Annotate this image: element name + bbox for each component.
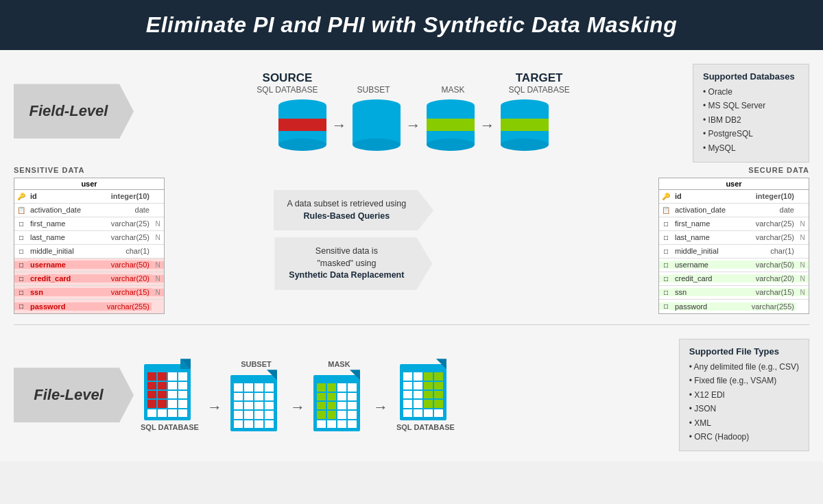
filetype-x12: X12 EDI: [689, 388, 799, 402]
table-row: 📋 activation_date date: [659, 204, 809, 217]
source-db: [278, 99, 326, 151]
sensitive-data-label: SENSITIVE DATA: [14, 166, 165, 174]
step1-bold: Rules-Based Queries: [304, 211, 390, 221]
file-arrow-3: →: [373, 398, 388, 416]
supported-file-types-title: Supported File Types: [689, 346, 799, 357]
supported-databases-title: Supported Databases: [703, 71, 799, 82]
table-row: □ password varchar(255): [659, 300, 809, 313]
field-level-row: Field-Level SOURCE SQL DATABASE SUBSET M…: [14, 60, 809, 163]
mask-db: [427, 99, 475, 151]
source-title: SOURCE: [263, 71, 313, 85]
table-row: □ credit_card varchar(20) N: [659, 272, 809, 286]
subset-db: [353, 99, 401, 151]
sensitive-table-header: user: [14, 178, 165, 189]
field-level-label: Field-Level: [29, 102, 108, 120]
db-ibm: IBM DB2: [703, 113, 799, 127]
middle-row: SENSITIVE DATA user 🔑 id integer(10) 📋 a…: [14, 166, 809, 314]
arrow-1: →: [332, 117, 347, 134]
supported-file-types-list: Any delimited file (e.g., CSV) Fixed fil…: [689, 360, 799, 444]
target-title: TARGET: [516, 71, 563, 85]
arrow-3: →: [480, 117, 495, 134]
main-content: Field-Level SOURCE SQL DATABASE SUBSET M…: [0, 50, 823, 461]
db-postgres: PostgreSQL: [703, 127, 799, 141]
source-file-icon: [144, 359, 195, 420]
mask-file-label-top: MASK: [328, 360, 350, 368]
filetype-vsam: Fixed file (e.g., VSAM): [689, 374, 799, 387]
target-db: [501, 99, 549, 151]
db-oracle: Oracle: [703, 85, 799, 99]
db-mssql: MS SQL Server: [703, 99, 799, 112]
subset-file-label-top: SUBSET: [241, 360, 272, 368]
table-row: 🔑 id integer(10): [659, 190, 809, 204]
filetype-json: JSON: [689, 402, 799, 416]
arrow-2: →: [406, 117, 421, 134]
page-header: Eliminate PI and PHI with Synthetic Data…: [0, 0, 823, 50]
step1-box: A data subset is retrieved usingRules-Ba…: [274, 190, 434, 230]
table-row: □ username varchar(50) N: [14, 259, 164, 272]
header-title: Eliminate PI and PHI with Synthetic Data…: [146, 12, 677, 37]
file-arrow-2: →: [290, 398, 305, 416]
filetype-csv: Any delimited file (e.g., CSV): [689, 360, 799, 374]
target-subtitle: SQL DATABASE: [509, 85, 570, 95]
sensitive-data-panel: SENSITIVE DATA user 🔑 id integer(10) 📋 a…: [14, 166, 165, 314]
table-row: □ username varchar(50) N: [659, 259, 809, 272]
filetype-orc: ORC (Hadoop): [689, 430, 799, 444]
process-steps: A data subset is retrieved usingRules-Ba…: [171, 166, 536, 314]
file-level-row: File-Level S: [14, 339, 809, 451]
table-row: □ credit_card varchar(20) N: [14, 272, 164, 286]
step1-wrapper: A data subset is retrieved usingRules-Ba…: [171, 190, 536, 230]
file-level-diagram: SQL DATABASE → SUBSET: [134, 359, 679, 431]
table-row: □ last_name varchar(25) N: [14, 231, 164, 245]
target-file-label: SQL DATABASE: [396, 423, 455, 431]
step2-wrapper: Sensitive data is"masked" usingSynthetic…: [171, 237, 536, 290]
subset-file-container: SUBSET: [230, 360, 282, 431]
step2-box: Sensitive data is"masked" usingSynthetic…: [274, 237, 432, 290]
filetype-xml: XML: [689, 416, 799, 430]
mask-file-icon: [313, 370, 365, 431]
table-row: □ ssn varchar(15) N: [14, 286, 164, 300]
secure-data-table: user 🔑 id integer(10) 📋 activation_date …: [658, 178, 809, 314]
supported-file-types-box: Supported File Types Any delimited file …: [679, 339, 809, 451]
table-row: □ password varchar(255): [14, 300, 164, 313]
secure-table-header: user: [659, 178, 809, 189]
supported-databases-list: Oracle MS SQL Server IBM DB2 PostgreSQL …: [703, 85, 799, 155]
table-row: □ middle_initial char(1): [659, 245, 809, 259]
source-file-label: SQL DATABASE: [141, 423, 199, 431]
table-row: □ middle_initial char(1): [14, 245, 164, 259]
source-subtitle: SQL DATABASE: [257, 85, 318, 95]
step2-bold: Synthetic Data Replacement: [289, 270, 404, 280]
file-level-label-box: File-Level: [14, 368, 134, 422]
db-mysql: MySQL: [703, 141, 799, 155]
subset-label-top: SUBSET: [357, 85, 390, 95]
target-file-container: SQL DATABASE: [396, 359, 455, 431]
file-level-label: File-Level: [34, 386, 103, 404]
mask-file-container: MASK: [313, 360, 365, 431]
file-arrow-1: →: [207, 398, 222, 416]
supported-databases-box: Supported Databases Oracle MS SQL Server…: [693, 64, 809, 163]
target-file-icon: [400, 359, 451, 420]
sensitive-data-table: user 🔑 id integer(10) 📋 activation_date …: [14, 178, 165, 314]
table-row: □ first_name varchar(25) N: [659, 217, 809, 231]
table-row: □ first_name varchar(25) N: [14, 217, 164, 231]
table-row: 🔑 id integer(10): [14, 190, 164, 204]
field-level-diagram: SOURCE SQL DATABASE SUBSET MASK TARGET S…: [134, 71, 686, 151]
table-row: □ ssn varchar(15) N: [659, 286, 809, 300]
table-row: 📋 activation_date date: [14, 204, 164, 217]
mask-label-top: MASK: [441, 85, 464, 95]
table-row: □ last_name varchar(25) N: [659, 231, 809, 245]
source-file-container: SQL DATABASE: [141, 359, 199, 431]
subset-file-icon: [230, 370, 282, 431]
field-level-label-box: Field-Level: [14, 84, 134, 139]
secure-data-panel: SECURE DATA user 🔑 id integer(10) 📋 acti…: [658, 166, 809, 314]
section-divider: [14, 324, 809, 325]
db-flow: → → →: [272, 99, 549, 151]
secure-data-label: SECURE DATA: [658, 166, 809, 174]
